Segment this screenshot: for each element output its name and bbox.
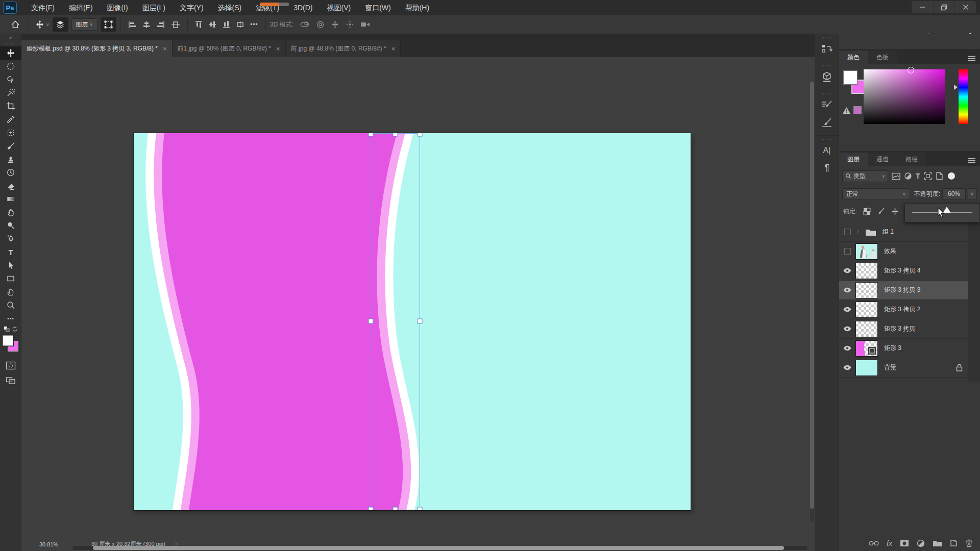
crop-tool[interactable]: [0, 99, 21, 113]
document-tab[interactable]: 婚纱模板.psd @ 30.8% (矩形 3 拷贝 3, RGB/8) * ×: [21, 40, 173, 57]
layer-thumbnail[interactable]: [855, 340, 878, 357]
gradient-tool[interactable]: [0, 192, 21, 206]
show-transform-controls-toggle[interactable]: [101, 17, 116, 32]
visibility-off[interactable]: [844, 248, 851, 255]
history-panel-icon[interactable]: [815, 40, 839, 58]
magic-wand-tool[interactable]: [0, 86, 21, 99]
tab-swatches[interactable]: 色板: [868, 51, 897, 64]
panel-grip[interactable]: [820, 37, 834, 39]
layer-thumbnail[interactable]: [855, 263, 878, 279]
layer-row[interactable]: 矩形 3: [839, 339, 968, 358]
filter-type-icon[interactable]: T: [916, 172, 920, 180]
layer-name[interactable]: 效果: [884, 247, 896, 256]
filter-type-dropdown[interactable]: 类型 ∨: [842, 170, 888, 182]
lock-pixels-icon[interactable]: [877, 208, 885, 215]
type-tool[interactable]: T: [0, 245, 21, 259]
hand-tool[interactable]: [0, 285, 21, 298]
more-tools-button[interactable]: •••: [0, 312, 21, 325]
blend-mode-dropdown[interactable]: 正常 ∨: [842, 188, 910, 200]
3d-roll-icon[interactable]: [313, 17, 328, 32]
marquee-tool[interactable]: [0, 60, 21, 73]
gamut-swatch[interactable]: [853, 106, 862, 114]
auto-select-toggle[interactable]: [53, 17, 68, 32]
magenta-shape[interactable]: [162, 133, 403, 510]
collapse-tools-icon[interactable]: »: [0, 34, 21, 41]
panel-menu-icon[interactable]: [968, 56, 976, 61]
lock-transparency-icon[interactable]: [863, 208, 871, 215]
3d-panel-icon[interactable]: [815, 68, 839, 86]
foreground-color-swatch[interactable]: [843, 70, 857, 85]
layer-name[interactable]: 矩形 3 拷贝 4: [884, 266, 920, 275]
distribute-v-button[interactable]: [233, 17, 247, 32]
delete-layer-icon[interactable]: [965, 539, 973, 547]
history-brush-tool[interactable]: [0, 166, 21, 179]
panel-grip[interactable]: [820, 138, 834, 140]
layer-row[interactable]: 效果: [839, 242, 968, 261]
close-button[interactable]: [954, 1, 976, 13]
align-top-button[interactable]: [192, 17, 206, 32]
minimize-button[interactable]: [912, 1, 933, 13]
document-tab[interactable]: 前1.jpg @ 50% (图层 0, RGB/8#) * ×: [173, 40, 286, 57]
adjustment-layer-icon[interactable]: [917, 539, 925, 547]
align-center-h-button[interactable]: [139, 17, 154, 32]
menu-help[interactable]: 帮助(H): [398, 0, 436, 15]
saturation-brightness-field[interactable]: [864, 69, 945, 124]
move-tool[interactable]: [0, 46, 21, 60]
hue-slider[interactable]: [959, 69, 968, 124]
panel-grip[interactable]: [820, 65, 834, 67]
visibility-toggle[interactable]: [839, 229, 855, 235]
visibility-toggle[interactable]: [839, 306, 855, 313]
align-left-button[interactable]: [125, 17, 139, 32]
layer-row[interactable]: 矩形 3 拷贝 4: [839, 261, 968, 281]
zoom-level-field[interactable]: 30.81%: [39, 541, 76, 547]
panel-grip[interactable]: [5, 43, 16, 45]
visibility-toggle[interactable]: [839, 267, 855, 274]
color-picker-ring[interactable]: [908, 67, 914, 73]
layer-thumbnail[interactable]: [855, 302, 878, 318]
eraser-tool[interactable]: [0, 179, 21, 192]
menu-view[interactable]: 视图(V): [320, 0, 358, 15]
auto-select-target-dropdown[interactable]: 图层∨: [71, 18, 98, 31]
menu-3d[interactable]: 3D(D): [286, 0, 320, 15]
layer-thumbnail[interactable]: [855, 360, 878, 376]
document-tab[interactable]: 前.jpg @ 48.8% (图层 0, RGB/8#) * ×: [286, 40, 401, 57]
tool-options-move-icon[interactable]: ∨: [32, 17, 53, 32]
layer-row[interactable]: 矩形 3 拷贝 2: [839, 300, 968, 319]
tab-color[interactable]: 颜色: [839, 51, 868, 64]
brush-tool[interactable]: [0, 139, 21, 153]
brush-settings-panel-icon[interactable]: [815, 96, 839, 114]
pasteboard[interactable]: [21, 57, 815, 537]
gamut-warning[interactable]: [842, 106, 862, 114]
filter-adjustment-icon[interactable]: [904, 172, 912, 180]
filter-toggle-switch[interactable]: [948, 172, 955, 180]
clone-stamp-tool[interactable]: [0, 153, 21, 166]
layer-thumbnail[interactable]: [855, 282, 878, 298]
visibility-toggle[interactable]: [839, 364, 855, 371]
opacity-dropdown-caret[interactable]: ∨: [968, 188, 977, 200]
layer-list-scrollgutter[interactable]: [968, 222, 980, 382]
tab-layers[interactable]: 图层: [839, 153, 868, 166]
default-swap-colors[interactable]: [0, 325, 21, 333]
layer-row[interactable]: 矩形 3 拷贝: [839, 319, 968, 339]
opacity-value-field[interactable]: 60%: [942, 188, 966, 200]
shape-tool[interactable]: [0, 272, 21, 285]
filter-shape-icon[interactable]: [924, 172, 932, 180]
close-icon[interactable]: ×: [163, 45, 167, 53]
layer-name[interactable]: 矩形 3 拷贝 2: [884, 305, 920, 314]
panel-menu-icon[interactable]: [968, 158, 976, 163]
canvas[interactable]: [134, 133, 691, 510]
brushes-panel-icon[interactable]: [815, 114, 839, 131]
path-select-tool[interactable]: [0, 259, 21, 272]
filter-pixel-layers-icon[interactable]: [892, 172, 900, 180]
new-group-icon[interactable]: [933, 540, 942, 547]
visibility-toggle[interactable]: [839, 345, 855, 352]
foreground-color-swatch[interactable]: [3, 335, 13, 346]
menu-select[interactable]: 选择(S): [211, 0, 249, 15]
paragraph-panel-icon[interactable]: ¶: [815, 159, 839, 177]
new-layer-icon[interactable]: [950, 539, 958, 547]
layer-name[interactable]: 背景: [884, 363, 896, 372]
visibility-off[interactable]: [844, 229, 851, 235]
align-bottom-button[interactable]: [219, 17, 233, 32]
close-icon[interactable]: ×: [276, 45, 280, 53]
3d-slide-icon[interactable]: [342, 17, 357, 32]
